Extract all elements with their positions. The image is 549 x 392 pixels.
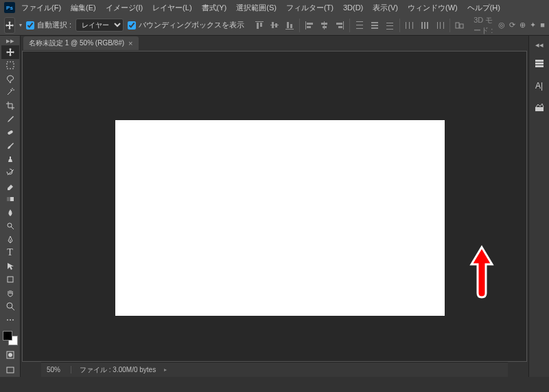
align-bottom-icon[interactable] [283, 19, 296, 32]
menu-edit[interactable]: 編集(E) [67, 1, 100, 14]
auto-select-checkbox[interactable] [26, 21, 34, 30]
align-top-icon[interactable] [253, 19, 266, 32]
svg-rect-47 [7, 367, 14, 373]
adjustments-panel-icon[interactable] [532, 100, 547, 115]
auto-select-label: 自動選択 : [37, 20, 71, 30]
menu-view[interactable]: 表示(V) [369, 1, 401, 14]
svg-rect-10 [307, 23, 313, 25]
menu-bar: Ps ファイル(F) 編集(E) イメージ(I) レイヤー(L) 書式(Y) 選… [0, 0, 549, 15]
menu-filter[interactable]: フィルター(T) [283, 1, 337, 14]
separator [399, 19, 400, 32]
align-vcenter-icon[interactable] [268, 19, 281, 32]
distribute-top-icon[interactable] [353, 19, 366, 32]
pen-tool[interactable] [1, 233, 19, 246]
crop-tool[interactable] [1, 99, 19, 113]
document-canvas[interactable] [115, 120, 445, 316]
tool-chevron-down-icon[interactable]: ▾ [19, 22, 22, 28]
svg-rect-16 [336, 23, 342, 25]
distribute-right-icon[interactable] [433, 19, 447, 32]
status-bar: 50% ファイル : 3.00M/0 bytes ▸ [41, 362, 508, 377]
history-panel-icon[interactable] [532, 56, 547, 71]
panel-expand-icon[interactable]: ◂◂ [536, 40, 543, 49]
layer-select[interactable]: レイヤー [75, 19, 124, 32]
character-panel-icon[interactable]: A| [532, 78, 547, 93]
menu-type[interactable]: 書式(Y) [198, 1, 231, 14]
align-hcenter-icon[interactable] [318, 19, 331, 32]
pan-3d-icon[interactable]: ⊕ [519, 21, 526, 30]
menu-3d[interactable]: 3D(D) [340, 2, 366, 13]
svg-rect-28 [409, 22, 410, 29]
scale-3d-icon[interactable]: ■ [540, 21, 545, 30]
align-left-icon[interactable] [303, 19, 316, 32]
svg-point-46 [8, 353, 12, 357]
healing-brush-tool[interactable] [1, 126, 19, 139]
svg-rect-38 [7, 62, 14, 69]
hand-tool[interactable] [1, 286, 19, 300]
menu-image[interactable]: イメージ(I) [102, 1, 146, 14]
path-selection-tool[interactable] [1, 260, 19, 273]
rectangle-tool[interactable] [1, 273, 19, 287]
svg-rect-11 [307, 26, 311, 28]
brush-tool[interactable] [1, 139, 19, 153]
menu-layer[interactable]: レイヤー(L) [149, 1, 195, 14]
mode-3d-label: 3D モード : [474, 15, 494, 36]
file-info[interactable]: ファイル : 3.00M/0 bytes [80, 365, 156, 375]
eraser-tool[interactable] [1, 179, 19, 193]
svg-rect-37 [460, 24, 463, 28]
svg-rect-17 [338, 26, 342, 28]
edit-toolbar-icon[interactable]: ⋯ [1, 313, 19, 327]
move-tool[interactable] [1, 45, 19, 59]
move-tool-icon[interactable] [4, 17, 15, 34]
screen-mode-icon[interactable] [1, 363, 19, 377]
roll-3d-icon[interactable]: ⟳ [509, 21, 515, 30]
lasso-tool[interactable] [1, 72, 19, 86]
type-tool[interactable]: T [1, 246, 19, 260]
options-bar: ▾ 自動選択 : レイヤー バウンディングボックスを表示 3D モード : ◎ … [0, 15, 549, 36]
show-bounding-option[interactable]: バウンディングボックスを表示 [128, 20, 244, 30]
distribute-left-icon[interactable] [403, 19, 417, 32]
color-swatches[interactable] [3, 331, 18, 345]
app-logo: Ps [4, 2, 15, 13]
clone-stamp-tool[interactable] [1, 152, 19, 166]
quick-mask-icon[interactable] [1, 348, 19, 362]
svg-rect-49 [535, 62, 544, 65]
canvas-area[interactable] [22, 51, 527, 362]
gradient-tool[interactable] [1, 193, 19, 207]
document-tab-title: 名称未設定 1 @ 50% (RGB/8#) [29, 38, 124, 48]
orbit-3d-icon[interactable]: ◎ [498, 21, 505, 30]
document-tab[interactable]: 名称未設定 1 @ 50% (RGB/8#) × [23, 36, 139, 50]
svg-rect-15 [343, 21, 344, 30]
zoom-tool[interactable] [1, 300, 19, 314]
history-brush-tool[interactable] [1, 166, 19, 180]
svg-rect-32 [427, 22, 428, 29]
marquee-tool[interactable] [1, 59, 19, 73]
file-info-chevron-icon[interactable]: ▸ [164, 367, 167, 373]
menu-file[interactable]: ファイル(F) [18, 1, 65, 14]
distribute-vcenter-icon[interactable] [368, 19, 382, 32]
blur-tool[interactable] [1, 206, 19, 220]
wand-tool[interactable] [1, 86, 19, 100]
close-tab-icon[interactable]: × [128, 39, 132, 47]
separator [349, 19, 350, 32]
menu-help[interactable]: ヘルプ(H) [464, 1, 504, 14]
menu-window[interactable]: ウィンドウ(W) [404, 1, 461, 14]
menu-select[interactable]: 選択範囲(S) [233, 1, 280, 14]
eyedropper-tool[interactable] [1, 113, 19, 126]
svg-rect-29 [412, 22, 413, 29]
zoom-level[interactable]: 50% [47, 366, 71, 373]
svg-rect-8 [290, 24, 292, 28]
separator [299, 19, 300, 32]
toolbar-flyout-icon[interactable]: ▸▸ [1, 37, 19, 44]
dodge-tool[interactable] [1, 220, 19, 233]
distribute-bottom-icon[interactable] [383, 19, 397, 32]
foreground-color-swatch[interactable] [3, 331, 12, 341]
svg-rect-50 [535, 65, 544, 67]
distribute-hcenter-icon[interactable] [418, 19, 432, 32]
svg-rect-25 [386, 25, 393, 26]
slide-3d-icon[interactable]: ✦ [530, 21, 536, 30]
align-right-icon[interactable] [333, 19, 347, 32]
auto-select-option[interactable]: 自動選択 : [26, 20, 71, 30]
auto-align-icon[interactable] [453, 19, 467, 32]
show-bounding-checkbox[interactable] [128, 21, 136, 30]
document-tab-strip: 名称未設定 1 @ 50% (RGB/8#) × [21, 36, 528, 51]
